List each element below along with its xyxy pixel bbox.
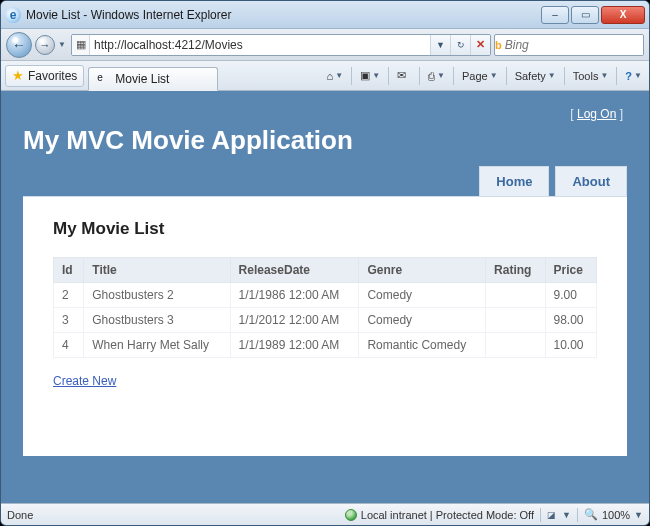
zoom-value: 100% <box>602 509 630 521</box>
status-text: Done <box>7 509 33 521</box>
command-bar: ★ Favorites e Movie List ⌂▼ ▣▼ ✉ ⎙▼ Page… <box>1 61 649 91</box>
create-new-link[interactable]: Create New <box>53 374 116 388</box>
table-row: 3 Ghostbusters 3 1/1/2012 12:00 AM Comed… <box>54 308 597 333</box>
chevron-down-icon: ▼ <box>600 71 608 80</box>
chevron-down-icon: ▼ <box>437 71 445 80</box>
star-icon: ★ <box>12 68 24 83</box>
security-zone[interactable]: Local intranet | Protected Mode: Off <box>345 509 534 521</box>
app-root: [ Log On ] My MVC Movie Application Home… <box>9 99 641 503</box>
address-input[interactable] <box>90 35 430 55</box>
search-box[interactable]: b 🔍 <box>494 34 644 56</box>
forward-button[interactable]: → <box>35 35 55 55</box>
refresh-button[interactable]: ↻ <box>450 35 470 55</box>
table-body: 2 Ghostbusters 2 1/1/1986 12:00 AM Comed… <box>54 283 597 358</box>
table-row: 2 Ghostbusters 2 1/1/1986 12:00 AM Comed… <box>54 283 597 308</box>
page-title: My Movie List <box>53 219 597 239</box>
tab-about[interactable]: About <box>555 166 627 197</box>
url-dropdown[interactable]: ▼ <box>430 35 450 55</box>
page-icon: ▦ <box>72 35 90 55</box>
separator <box>506 67 507 85</box>
nav-tabs: Home About <box>23 166 627 197</box>
compat-view-button[interactable]: ◪ <box>547 510 556 520</box>
command-buttons: ⌂▼ ▣▼ ✉ ⎙▼ Page▼ Safety▼ Tools▼ ?▼ <box>324 65 645 87</box>
chevron-down-icon: ▼ <box>634 71 642 80</box>
globe-icon <box>345 509 357 521</box>
window-titlebar: e Movie List - Windows Internet Explorer… <box>1 1 649 29</box>
print-icon: ⎙ <box>428 70 435 82</box>
main-content: My Movie List Id Title ReleaseDate Genre… <box>23 196 627 456</box>
col-rating: Rating <box>486 258 545 283</box>
col-id: Id <box>54 258 84 283</box>
safety-menu-button[interactable]: Safety▼ <box>512 65 559 87</box>
separator <box>453 67 454 85</box>
compat-dd[interactable]: ▼ <box>562 510 571 520</box>
page-menu-button[interactable]: Page▼ <box>459 65 501 87</box>
window-controls: – ▭ X <box>539 6 645 24</box>
close-button[interactable]: X <box>601 6 645 24</box>
movies-table: Id Title ReleaseDate Genre Rating Price … <box>53 257 597 358</box>
chevron-down-icon: ▼ <box>548 71 556 80</box>
mail-icon: ✉ <box>397 69 406 82</box>
browser-tab[interactable]: e Movie List <box>88 67 218 91</box>
navigation-bar: ← → ▼ ▦ ▼ ↻ ✕ b 🔍 <box>1 29 649 61</box>
separator <box>351 67 352 85</box>
home-icon: ⌂ <box>327 70 334 82</box>
forward-icon: → <box>40 39 51 51</box>
nav-history-dropdown[interactable]: ▼ <box>58 40 68 49</box>
zone-text: Local intranet | Protected Mode: Off <box>361 509 534 521</box>
maximize-button[interactable]: ▭ <box>571 6 599 24</box>
tools-menu-button[interactable]: Tools▼ <box>570 65 612 87</box>
separator <box>388 67 389 85</box>
col-release: ReleaseDate <box>230 258 359 283</box>
page-viewport: [ Log On ] My MVC Movie Application Home… <box>1 91 649 503</box>
chevron-down-icon: ▼ <box>335 71 343 80</box>
favorites-button[interactable]: ★ Favorites <box>5 65 84 87</box>
col-genre: Genre <box>359 258 486 283</box>
separator <box>577 508 578 522</box>
tab-title: Movie List <box>115 72 169 86</box>
print-button[interactable]: ⎙▼ <box>425 65 448 87</box>
log-on-link[interactable]: Log On <box>577 107 616 121</box>
feeds-button[interactable]: ▣▼ <box>357 65 383 87</box>
favorites-label: Favorites <box>28 69 77 83</box>
col-title: Title <box>84 258 230 283</box>
bing-icon: b <box>495 35 502 55</box>
minimize-button[interactable]: – <box>541 6 569 24</box>
ie-logo-icon: e <box>5 7 21 23</box>
read-mail-button[interactable]: ✉ <box>394 65 414 87</box>
help-icon: ? <box>625 70 632 82</box>
window-title: Movie List - Windows Internet Explorer <box>26 8 539 22</box>
search-input[interactable] <box>502 35 644 55</box>
stop-icon: ✕ <box>476 38 485 51</box>
separator <box>540 508 541 522</box>
chevron-down-icon: ▼ <box>634 510 643 520</box>
col-price: Price <box>545 258 596 283</box>
feed-icon: ▣ <box>360 69 370 82</box>
back-icon: ← <box>12 37 26 53</box>
back-button[interactable]: ← <box>6 32 32 58</box>
ie-window: e Movie List - Windows Internet Explorer… <box>0 0 650 526</box>
status-bar: Done Local intranet | Protected Mode: Of… <box>1 503 649 525</box>
refresh-icon: ↻ <box>457 40 465 50</box>
table-row: 4 When Harry Met Sally 1/1/1989 12:00 AM… <box>54 333 597 358</box>
zoom-icon: 🔍 <box>584 508 598 521</box>
home-menu-button[interactable]: ⌂▼ <box>324 65 347 87</box>
login-area: [ Log On ] <box>23 107 627 121</box>
zoom-control[interactable]: 🔍 100% ▼ <box>584 508 643 521</box>
stop-button[interactable]: ✕ <box>470 35 490 55</box>
chevron-down-icon: ▼ <box>490 71 498 80</box>
table-header-row: Id Title ReleaseDate Genre Rating Price <box>54 258 597 283</box>
help-button[interactable]: ?▼ <box>622 65 645 87</box>
separator <box>616 67 617 85</box>
chevron-down-icon: ▼ <box>372 71 380 80</box>
site-heading: My MVC Movie Application <box>23 125 627 156</box>
separator <box>419 67 420 85</box>
tab-favicon-icon: e <box>97 72 111 86</box>
tab-home[interactable]: Home <box>479 166 549 197</box>
address-bar[interactable]: ▦ ▼ ↻ ✕ <box>71 34 491 56</box>
separator <box>564 67 565 85</box>
